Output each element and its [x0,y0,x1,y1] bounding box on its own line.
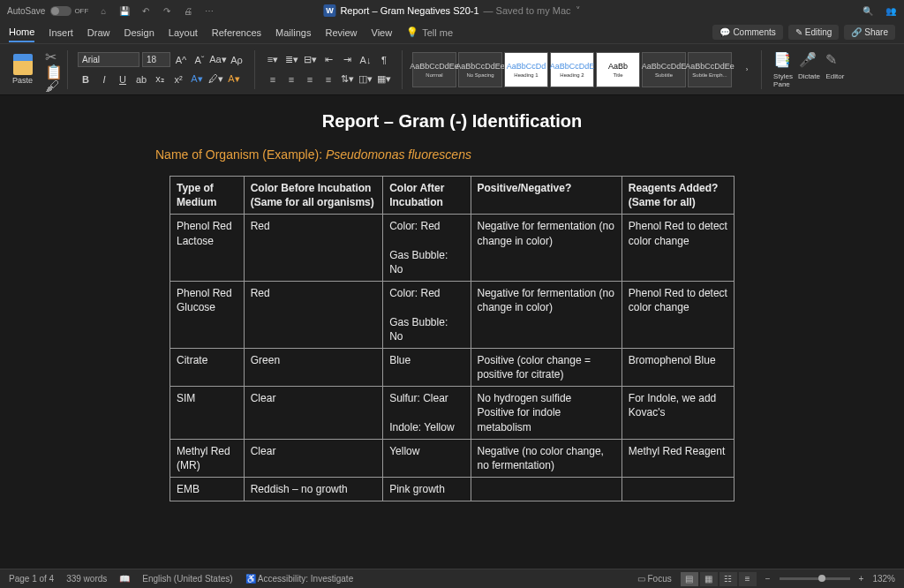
justify-icon[interactable]: ≡ [320,72,336,87]
paragraph-marks-icon[interactable]: ¶ [376,52,392,68]
table-row: Phenol Red GlucoseRedColor: RedGas Bubbl… [170,282,734,349]
style-normal[interactable]: AaBbCcDdEeNormal [412,52,456,87]
font-family-select[interactable] [78,52,139,67]
tab-insert[interactable]: Insert [49,24,73,41]
undo-icon[interactable]: ↶ [139,4,152,17]
increase-indent-icon[interactable]: ⇥ [339,52,355,68]
print-icon[interactable]: 🖨 [182,4,194,17]
font-size-select[interactable] [142,52,170,67]
change-case-icon[interactable]: Aa▾ [210,52,226,68]
line-spacing-icon[interactable]: ⇅▾ [339,72,355,87]
style-title[interactable]: AaBbTitle [596,52,640,87]
tab-layout[interactable]: Layout [169,24,198,41]
tab-home[interactable]: Home [9,23,34,42]
format-painter-icon[interactable]: 🖌 [45,79,57,91]
table-cell: Yellow [383,439,471,477]
shading-icon[interactable]: ◫▾ [358,72,373,87]
bold-button[interactable]: B [78,72,94,87]
styles-expand-icon[interactable]: › [739,62,755,78]
autosave-toggle[interactable]: AutoSave OFF [7,6,88,16]
table-cell: Negative (no color change, no fermentati… [471,439,622,477]
styles-pane-button[interactable]: 📑StylesPane [773,51,793,88]
sync-share-icon[interactable]: 👥 [885,4,897,17]
document-canvas[interactable]: Report – Gram (-) Identification Name of… [0,95,904,569]
multilevel-icon[interactable]: ⊟▾ [302,52,318,68]
styles-pane-label: StylesPane [773,72,793,88]
zoom-level[interactable]: 132% [872,574,895,584]
bullets-icon[interactable]: ≡▾ [265,52,281,68]
sort-icon[interactable]: A↓ [358,52,373,68]
underline-button[interactable]: U [115,72,131,87]
search-icon[interactable]: 🔍 [862,4,874,17]
col-header: Positive/Negative? [471,177,622,215]
print-layout-view[interactable]: ▤ [681,572,698,586]
table-cell: No hydrogen sulfidePositive for indole m… [471,387,622,440]
dictate-button[interactable]: 🎤Dictate [798,51,820,88]
table-cell: Reddish – no growth [244,478,382,501]
focus-button[interactable]: ▭ Focus [637,574,672,584]
divider [402,50,403,89]
style-heading-1[interactable]: AaBbCcDdHeading 1 [504,52,548,87]
tab-draw[interactable]: Draw [87,24,110,41]
tab-view[interactable]: View [372,24,393,41]
align-center-icon[interactable]: ≡ [283,72,299,87]
decrease-font-icon[interactable]: Aˇ [192,52,207,68]
share-button[interactable]: 🔗 Share [844,25,895,40]
tab-mailings[interactable]: Mailings [275,24,311,41]
tell-me[interactable]: 💡Tell me [406,23,453,41]
tab-review[interactable]: Review [325,24,357,41]
decrease-indent-icon[interactable]: ⇤ [320,52,336,68]
borders-icon[interactable]: ▦▾ [376,72,392,87]
language[interactable]: English (United States) [142,574,232,584]
document-heading: Report – Gram (-) Identification [152,111,752,132]
accessibility[interactable]: ♿ Accessibility: Investigate [245,574,354,584]
save-icon[interactable]: 💾 [118,4,131,17]
cut-icon[interactable]: ✂ [45,49,57,61]
style-no-spacing[interactable]: AaBbCcDdEeNo Spacing [458,52,502,87]
subscript-button[interactable]: x₂ [152,72,168,87]
comments-button[interactable]: 💬 Comments [712,25,782,40]
table-cell: Color: RedGas Bubble: No [383,282,471,349]
editing-button[interactable]: ✎ Editing [788,25,840,40]
paste-button[interactable]: Paste [7,52,38,87]
numbering-icon[interactable]: ≣▾ [283,52,299,68]
font-color-button[interactable]: 🖊▾ [207,72,223,87]
col-header: Reagents Added?(Same for all) [622,177,734,215]
page-count[interactable]: Page 1 of 4 [9,574,54,584]
draft-view[interactable]: ≡ [739,572,757,586]
word-count[interactable]: 339 words [66,574,107,584]
style-heading-2[interactable]: AaBbCcDdEHeading 2 [550,52,594,87]
clear-format-icon[interactable]: Aρ [229,52,245,68]
text-effects-button[interactable]: A▾ [226,72,242,87]
highlight-button[interactable]: A▾ [189,72,205,87]
word-icon: W [323,4,335,17]
home-icon[interactable]: ⌂ [97,4,109,17]
style-subtitle[interactable]: AaBbCcDdESubtitle [642,52,686,87]
zoom-thumb[interactable] [818,575,825,582]
redo-icon[interactable]: ↷ [161,4,173,17]
editor-button[interactable]: ✎Editor [825,51,845,88]
web-layout-view[interactable]: ▦ [700,572,718,586]
zoom-out-icon[interactable]: − [765,574,771,584]
outline-view[interactable]: ☷ [719,572,737,586]
zoom-slider[interactable] [780,577,850,580]
col-header: Color Before Incubation (Same for all or… [244,177,382,215]
style-subtle-emph-[interactable]: AaBbCcDdEeSubtle Emph... [688,52,732,87]
zoom-in-icon[interactable]: + [859,574,864,584]
italic-button[interactable]: I [96,72,112,87]
copy-icon[interactable]: 📋 [45,64,57,76]
align-left-icon[interactable]: ≡ [265,72,281,87]
strike-button[interactable]: ab [133,72,149,87]
increase-font-icon[interactable]: A^ [173,52,189,68]
tab-references[interactable]: References [212,24,261,41]
tab-design[interactable]: Design [124,24,154,41]
spellcheck-icon[interactable]: 📖 [119,574,130,584]
divider [254,50,255,89]
more-icon[interactable]: ⋯ [203,4,215,17]
doc-title[interactable]: W Report – Gram Negatives S20-1 — Saved … [323,4,580,17]
autosave-label: AutoSave [7,6,45,16]
toggle-switch[interactable] [50,6,72,16]
superscript-button[interactable]: x² [170,72,186,87]
chevron-down-icon[interactable]: ˅ [576,5,581,17]
align-right-icon[interactable]: ≡ [302,72,318,87]
